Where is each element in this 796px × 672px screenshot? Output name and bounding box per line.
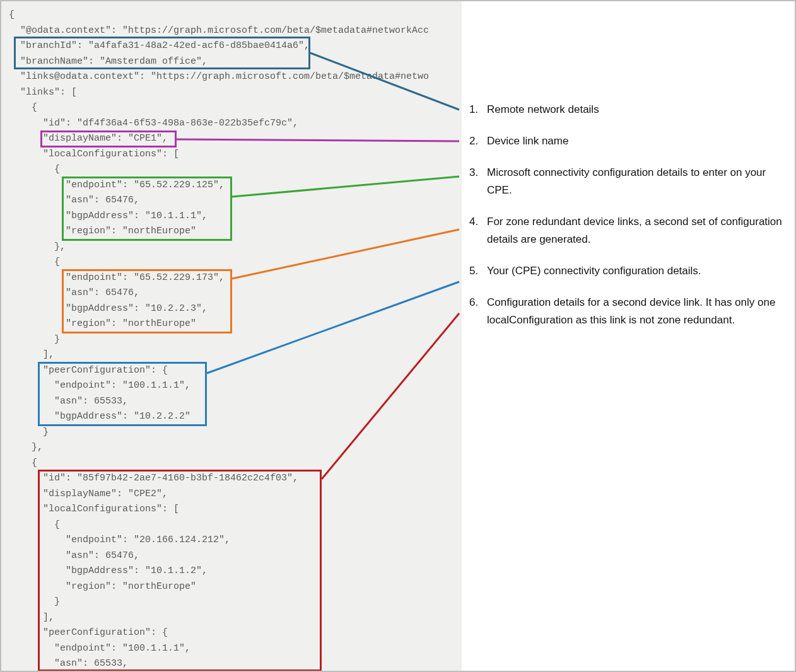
code-line-peer-open: "peerConfiguration": { (9, 363, 462, 379)
annotation-number: 2. (469, 132, 487, 150)
annotation-number: 5. (469, 262, 487, 280)
annotation-3: 3. Microsoft connectivity configuration … (469, 164, 783, 199)
code-line: } (9, 332, 462, 348)
json-code-block: { "@odata.context": "https://graph.micro… (1, 1, 462, 671)
code-line: "links": [ (9, 85, 462, 101)
code-line: "id": "df4f36a4-6f53-498a-863e-022b35efc… (9, 116, 462, 132)
code-line: "region": "northEurope" (9, 579, 462, 595)
annotation-number: 3. (469, 164, 487, 182)
annotation-2: 2. Device link name (469, 132, 783, 150)
code-line: "localConfigurations": [ (9, 147, 462, 163)
code-line: { (9, 456, 462, 472)
code-line: }, (9, 240, 462, 255)
code-line: "asn": 65476, (9, 286, 462, 301)
code-line: "@odata.context": "https://graph.microso… (9, 23, 462, 39)
code-line: "links@odata.context": "https://graph.mi… (9, 69, 462, 85)
code-line: } (9, 594, 462, 610)
code-line: "bgpAddress": "10.1.1.2", (9, 564, 462, 579)
annotation-text: Remote network details (487, 101, 783, 119)
diagram-container: { "@odata.context": "https://graph.micro… (0, 0, 796, 672)
code-line: "id": "85f97b42-2ae7-4160-b3bf-18462c2c4… (9, 471, 462, 487)
code-line: "endpoint": "100.1.1.1", (9, 378, 462, 394)
annotation-text: Microsoft connectivity configuration det… (487, 164, 783, 199)
annotation-text: Device link name (487, 132, 783, 150)
annotation-number: 6. (469, 294, 487, 311)
annotation-text: Configuration details for a second devic… (487, 294, 783, 329)
code-line: { (9, 162, 462, 178)
code-line: }, (9, 440, 462, 456)
code-line: "bgpAddress": "10.2.2.2" (9, 409, 462, 425)
code-line-branch-name: "branchName": "Amsterdam office", (9, 54, 462, 70)
annotation-6: 6. Configuration details for a second de… (469, 294, 783, 329)
annotation-5: 5. Your (CPE) connectivity configuration… (469, 262, 783, 280)
annotation-number: 1. (469, 101, 487, 119)
annotation-1: 1. Remote network details (469, 101, 783, 119)
code-line: "endpoint": "65.52.229.173", (9, 270, 462, 286)
annotation-list: 1. Remote network details 2. Device link… (462, 1, 795, 671)
code-line: "endpoint": "65.52.229.125", (9, 178, 462, 194)
code-line: ], (9, 347, 462, 363)
annotation-4: 4. For zone redundant device links, a se… (469, 213, 783, 248)
code-line: "localConfigurations": [ (9, 502, 462, 518)
code-line: { (9, 255, 462, 270)
code-line: ], (9, 610, 462, 626)
code-line: "asn": 65476, (9, 193, 462, 209)
code-line: "asn": 65533, (9, 394, 462, 410)
annotation-number: 4. (469, 213, 487, 231)
code-line: { (9, 8, 462, 23)
annotation-text: For zone redundant device links, a secon… (487, 213, 783, 248)
code-line: "peerConfiguration": { (9, 625, 462, 641)
code-line: { (9, 518, 462, 533)
code-line: "region": "northEurope" (9, 224, 462, 240)
code-line: } (9, 425, 462, 441)
annotation-text: Your (CPE) connectivity configuration de… (487, 262, 783, 280)
code-line: "bgpAddress": "10.1.1.1", (9, 209, 462, 224)
code-line-branch-id: "branchId": "a4fafa31-48a2-42ed-acf6-d85… (9, 38, 462, 54)
code-line-display-name-1: "displayName": "CPE1", (9, 131, 462, 147)
code-line: "asn": 65476, (9, 548, 462, 564)
code-line: { (9, 100, 462, 116)
code-line: "displayName": "CPE2", (9, 487, 462, 502)
code-line: "endpoint": "20.166.124.212", (9, 533, 462, 548)
code-line: "bgpAddress": "10.2.2.3", (9, 301, 462, 317)
code-line: "region": "northEurope" (9, 316, 462, 332)
code-line: "endpoint": "100.1.1.1", (9, 641, 462, 657)
code-line: "asn": 65533, (9, 656, 462, 672)
